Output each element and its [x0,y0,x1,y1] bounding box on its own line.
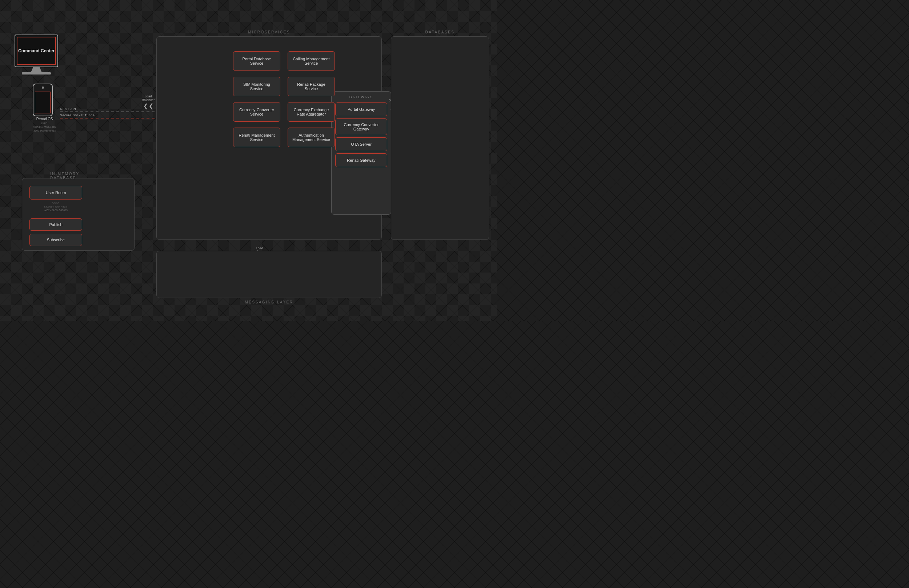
load-balancer-client: LoadBalancer ❮ ❮ [142,94,155,109]
db-section-label: DATABASES [425,30,454,34]
sst-line [60,118,169,118]
renati-os-area: Renati OS UUID: e305d94-75b4-431b- ad02-… [33,84,57,132]
gateways-sub-panel: GATEWAYS Portal Gateway Currency Convert… [331,91,391,215]
phone-dot [42,87,44,89]
currency-converter-gateway-box[interactable]: Currency Converter Gateway [335,118,387,135]
monitor-base [22,72,51,74]
portal-database-service-box[interactable]: Portal Database Service [233,51,280,71]
renati-management-service-box[interactable]: Renati Management Service [233,128,280,147]
command-center-area: Command Center [15,34,58,74]
user-room-uuid: UUID: e305d94-75b4-4315- ad02-e6b09e5460… [29,201,82,213]
command-center-label: Command Center [18,48,55,53]
publish-button[interactable]: Publish [29,218,82,231]
microservices-panel: MICROSERVICES GATEWAYS Portal Gateway Cu… [156,36,382,240]
sim-monitoring-service-box[interactable]: SIM Monitoring Service [233,77,280,96]
phone-frame [33,84,53,116]
portal-gateway-box[interactable]: Portal Gateway [335,102,387,116]
currency-exchange-rate-aggregator-box[interactable]: Currency Exchange Rate Aggregator [288,102,335,122]
user-room-box[interactable]: User Room [29,186,82,200]
messaging-section-label: MESSAGING LAYER [245,300,293,304]
micro-section-label: MICROSERVICES [248,30,290,34]
rest-api-line [60,111,169,112]
inmem-section-label: IN-MEMORY DATABASE [50,172,106,180]
chevron-icon-1: ❮ [143,102,148,109]
renati-os-uuid: UUID: e305d94-75b4-431b- ad02-e6b9e54601… [33,122,57,132]
databases-panel: DATABASES GATEWAYS Service Book DB Renat… [391,36,489,240]
renati-os-label: Renati OS [33,117,57,121]
user-room-area: User Room UUID: e305d94-75b4-4315- ad02-… [29,186,82,213]
monitor-stand [31,67,42,72]
lb-client-label: LoadBalancer [142,94,155,102]
subscribe-button[interactable]: Subscribe [29,234,82,246]
in-memory-db-panel: IN-MEMORY DATABASE User Room UUID: e305d… [22,178,134,251]
monitor-screen: Command Center [17,37,56,65]
auth-management-service-box[interactable]: Authentication Management Service [288,128,335,147]
monitor-frame: Command Center [15,34,58,67]
calling-management-service-box[interactable]: Calling Management Service [288,51,335,71]
renati-package-service-box[interactable]: Renati Package Service [288,77,335,96]
currency-converter-service-box[interactable]: Currency Converter Service [233,102,280,122]
architecture-diagram: Command Center Renati OS UUID: e305d94-7… [0,0,497,321]
chevron-icon-2: ❮ [149,102,154,109]
messaging-layer-panel: MESSAGING LAYER AMQP [156,251,382,298]
ota-server-box[interactable]: OTA Server [335,137,387,151]
phone-screen [35,92,50,113]
lb-client-arrows: ❮ ❮ [143,102,154,109]
gateways-sub-label: GATEWAYS [332,95,391,99]
sst-label: Secure Socket Tunnel [60,113,169,117]
renati-gateway-box[interactable]: Renati Gateway [335,153,387,167]
